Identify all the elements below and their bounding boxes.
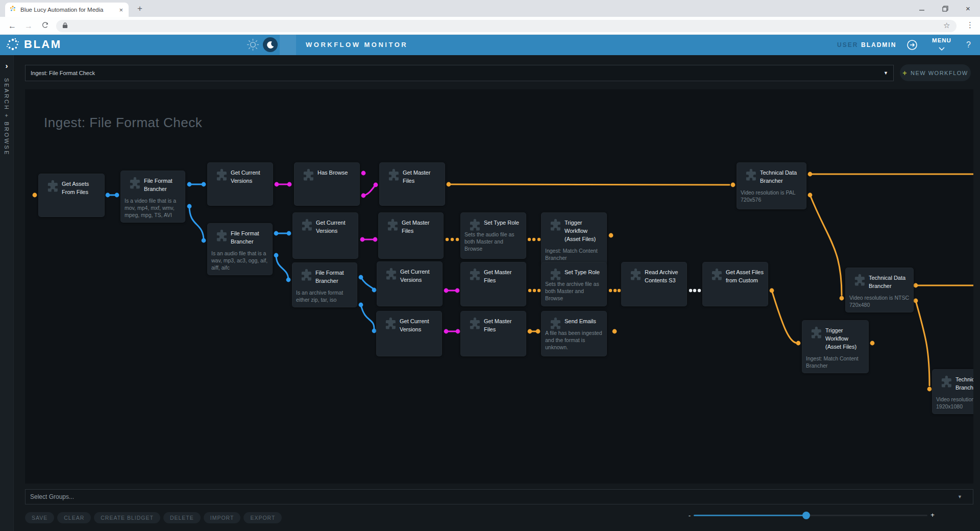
node-title: Technical DataBrancher [869, 274, 911, 290]
import-button[interactable]: IMPORT [204, 512, 241, 523]
light-mode-icon[interactable] [246, 38, 260, 54]
blam-logo[interactable]: BLAM [5, 37, 62, 52]
node-title: Get Asset Filesfrom Custom [726, 268, 765, 284]
window-restore-icon[interactable] [934, 0, 957, 17]
help-button[interactable]: ? [966, 35, 971, 55]
back-icon[interactable]: ← [7, 21, 17, 31]
node-description: Video resolution is PAL 720x576 [741, 189, 802, 203]
workflow-node-get-master-files-2[interactable]: Get MasterFiles [378, 212, 444, 259]
workflow-node-read-archive-contents-s3[interactable]: Read ArchiveContents S3 [621, 262, 687, 306]
search-browse-sidebar[interactable]: › SEARCH + BROWSE [0, 55, 14, 531]
connection-port-dot [444, 288, 449, 293]
connection-port-dot [698, 289, 701, 292]
connection-port-dot [609, 289, 612, 292]
workflow-node-get-asset-files-from-custom[interactable]: Get Asset Filesfrom Custom [702, 262, 768, 306]
refresh-icon[interactable] [40, 21, 50, 31]
app-header: BLAM WORKFLOW MONITOR USER BLADMIN [0, 35, 980, 55]
puzzle-icon [300, 168, 317, 185]
sidebar-label: SEARCH + BROWSE [4, 78, 10, 156]
workflow-node-technical-data-brancher-pal[interactable]: Technical DataBrancherVideo resolution i… [737, 162, 806, 209]
workflow-node-has-browse[interactable]: Has Browse [294, 162, 360, 206]
workflow-canvas[interactable]: Ingest: File Format Check Get AssetsFrom… [25, 89, 973, 484]
bookmark-star-icon[interactable]: ☆ [943, 21, 950, 30]
connection-port-dot [361, 194, 366, 198]
browser-tab[interactable]: Blue Lucy Automation for Media × [5, 3, 129, 17]
workflow-node-get-master-files-3[interactable]: Get MasterFiles [460, 262, 526, 306]
workflow-node-trigger-workflow-bottom[interactable]: TriggerWorkflow(Asset Files)Ingest: Matc… [802, 320, 869, 373]
window-close-icon[interactable]: × [957, 0, 979, 17]
new-workflow-button[interactable]: + NEW WORKFLOW [900, 64, 971, 81]
workflow-node-get-assets-from-files[interactable]: Get AssetsFrom Files [38, 174, 105, 217]
forward-icon[interactable]: → [23, 21, 34, 31]
zoom-slider[interactable] [694, 515, 927, 516]
workflow-node-file-format-brancher-audio[interactable]: File FormatBrancherIs an audio file that… [207, 223, 273, 275]
connection-port-dot [456, 329, 460, 334]
workflow-node-get-current-versions-2[interactable]: Get CurrentVersions [292, 212, 358, 259]
workflow-node-file-format-brancher-archive[interactable]: File FormatBrancherIs an archive format … [292, 262, 357, 307]
connection-port-dot [808, 172, 813, 177]
workflow-node-set-type-role-archive[interactable]: Set Type RoleSets the archive file as bo… [541, 262, 607, 306]
connection-port-dot [537, 238, 541, 241]
connection-port-dot [286, 278, 291, 282]
workflow-node-set-type-role-audio[interactable]: Set Type RoleSets the audio file as both… [460, 212, 526, 259]
workflow-node-technical-data-brancher-ntsc[interactable]: Technical DataBrancherVideo resolution i… [845, 268, 914, 312]
connection-port-dot [447, 182, 451, 187]
zoom-in-button[interactable]: + [929, 511, 936, 519]
workflow-select[interactable]: Ingest: File Format Check ▼ [25, 65, 894, 81]
node-title: Get AssetsFrom Files [62, 180, 102, 196]
zoom-out-button[interactable]: - [687, 512, 693, 519]
tab-close-icon[interactable]: × [117, 6, 125, 14]
node-title: File FormatBrancher [315, 269, 354, 285]
dark-mode-toggle[interactable] [263, 37, 278, 52]
workflow-node-get-master-files-1[interactable]: Get MasterFiles [379, 162, 445, 206]
connection-port-dot [275, 182, 279, 187]
export-button[interactable]: EXPORT [243, 512, 282, 523]
window-minimize-icon[interactable] [911, 0, 934, 17]
zoom-slider-thumb[interactable] [802, 512, 810, 519]
connection-port-dot [537, 289, 541, 292]
action-buttons: SAVE CLEAR CREATE BLIDGET DELETE IMPORT … [25, 512, 282, 523]
node-title: Technical DataBrancher [955, 375, 973, 392]
connection-port-dot [451, 238, 454, 241]
workflow-node-technical-data-brancher-hd[interactable]: Technical DataBrancherVideo resolution i… [932, 369, 973, 414]
new-tab-button[interactable]: + [134, 4, 146, 14]
clear-button[interactable]: CLEAR [57, 512, 91, 523]
connection-port-dot [770, 288, 774, 293]
workflow-node-get-current-versions-4[interactable]: Get CurrentVersions [376, 311, 442, 356]
create-blidget-button[interactable]: CREATE BLIDGET [94, 512, 160, 523]
delete-button[interactable]: DELETE [163, 512, 201, 523]
connection-port-dot [914, 299, 918, 303]
workflow-node-get-current-versions-3[interactable]: Get CurrentVersions [377, 261, 443, 306]
page-title: WORKFLOW MONITOR [306, 35, 408, 55]
puzzle-icon [213, 229, 230, 246]
address-bar[interactable] [56, 20, 957, 32]
workflow-node-send-emails[interactable]: Send EmailsA file has been ingested and … [541, 311, 607, 356]
workflow-node-trigger-workflow-audio[interactable]: TriggerWorkflow(Asset Files)Ingest: Matc… [541, 212, 607, 266]
logout-icon[interactable] [906, 39, 918, 53]
connection-port-dot [359, 303, 363, 307]
sidebar-expand-icon[interactable]: › [6, 61, 8, 70]
connection-port-dot [456, 238, 459, 241]
workflow-node-get-current-versions-1[interactable]: Get CurrentVersions [207, 162, 273, 206]
puzzle-icon [382, 317, 399, 334]
workflow-node-get-master-files-4[interactable]: Get MasterFiles [460, 311, 526, 356]
puzzle-icon [547, 268, 564, 285]
puzzle-icon [547, 218, 564, 235]
connection-port-dot [927, 387, 932, 392]
node-title: Get MasterFiles [484, 268, 523, 284]
moon-icon [266, 41, 275, 49]
connection-port-dot [528, 289, 531, 292]
browser-menu-icon[interactable]: ⋮ [966, 20, 974, 30]
groups-select[interactable]: Select Groups... ▼ [25, 489, 973, 504]
connection-port-dot [187, 182, 192, 187]
connection-port-dot [796, 341, 801, 346]
node-title: Get CurrentVersions [316, 219, 355, 235]
zoom-slider-fill [694, 515, 806, 516]
workflow-node-file-format-brancher-video[interactable]: File FormatBrancherIs a video file that … [120, 171, 185, 223]
node-title: Get MasterFiles [403, 168, 442, 185]
menu-button[interactable]: MENU [930, 37, 953, 53]
connection-port-dot [446, 238, 449, 241]
header-divider [280, 35, 296, 55]
save-button[interactable]: SAVE [25, 512, 54, 523]
node-title: Technical DataBrancher [760, 168, 803, 185]
